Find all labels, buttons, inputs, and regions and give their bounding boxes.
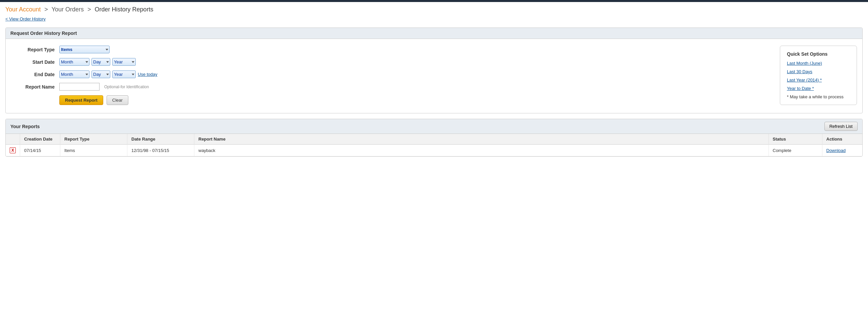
request-report-button[interactable]: Request Report	[59, 95, 103, 105]
view-order-history-link[interactable]: < View Order History	[5, 17, 45, 22]
end-month-select[interactable]: Month	[59, 71, 90, 78]
report-type-select-wrapper: Items Orders	[59, 46, 110, 53]
report-type-select[interactable]: Items Orders	[59, 46, 110, 53]
breadcrumb-your-orders[interactable]: Your Orders	[52, 6, 84, 13]
request-section-header: Request Order History Report	[6, 28, 862, 39]
form-button-row: Request Report Clear	[59, 95, 769, 105]
col-header-creation-date: Creation Date	[20, 134, 60, 145]
start-month-select[interactable]: Month	[59, 58, 90, 66]
breadcrumb: Your Account > Your Orders > Order Histo…	[0, 2, 868, 16]
form-area: Report Type Items Orders Start Date	[11, 46, 769, 105]
reports-section-title: Your Reports	[10, 124, 40, 129]
end-year-wrapper: Year	[112, 71, 136, 78]
breadcrumb-current: Order History Reports	[95, 6, 154, 13]
start-day-wrapper: Day	[92, 58, 110, 66]
end-date-label: End Date	[11, 72, 55, 77]
breadcrumb-your-account[interactable]: Your Account	[5, 6, 40, 13]
quick-set-box: Quick Set Options Last Month (June) Last…	[780, 46, 857, 105]
clear-button[interactable]: Clear	[106, 95, 128, 105]
report-type-label: Report Type	[11, 47, 55, 52]
request-section-body: Report Type Items Orders Start Date	[6, 39, 862, 113]
table-row: X 07/14/15 Items 12/31/98 - 07/15/15 way…	[6, 145, 862, 156]
quick-set-title: Quick Set Options	[787, 51, 850, 57]
view-order-history-link-wrapper: < View Order History	[0, 16, 868, 25]
report-name-row: Report Name Optional-for Identification	[11, 83, 769, 91]
row-actions: Download	[822, 145, 862, 156]
start-date-row: Start Date Month Day Year	[11, 58, 769, 66]
end-date-row: End Date Month Day Year	[11, 71, 769, 78]
end-year-select[interactable]: Year	[112, 71, 136, 78]
start-day-select[interactable]: Day	[92, 58, 110, 66]
col-header-checkbox	[6, 134, 20, 145]
end-date-controls: Month Day Year Use today	[59, 71, 157, 78]
request-section: Request Order History Report Report Type…	[5, 28, 863, 113]
reports-table: Creation Date Report Type Date Range Rep…	[6, 134, 862, 156]
quick-set-note: * May take a while to process	[787, 94, 850, 99]
end-day-wrapper: Day	[92, 71, 110, 78]
row-date-range: 12/31/98 - 07/15/15	[127, 145, 194, 156]
reports-section-header: Your Reports Refresh List	[6, 119, 862, 134]
row-report-type: Items	[60, 145, 127, 156]
row-creation-date: 07/14/15	[20, 145, 60, 156]
use-today-link[interactable]: Use today	[138, 72, 157, 77]
report-type-controls: Items Orders	[59, 46, 110, 53]
row-status: Complete	[769, 145, 822, 156]
report-name-input[interactable]	[59, 83, 99, 91]
download-link[interactable]: Download	[827, 148, 846, 153]
report-name-placeholder-text: Optional-for Identification	[104, 85, 149, 89]
report-name-controls: Optional-for Identification	[59, 83, 149, 91]
report-type-row: Report Type Items Orders	[11, 46, 769, 53]
reports-table-body: X 07/14/15 Items 12/31/98 - 07/15/15 way…	[6, 145, 862, 156]
delete-icon[interactable]: X	[10, 147, 16, 153]
quick-set-last-month-link[interactable]: Last Month (June)	[787, 61, 850, 66]
breadcrumb-sep2: >	[88, 6, 91, 13]
start-date-controls: Month Day Year	[59, 58, 136, 66]
report-name-label: Report Name	[11, 84, 55, 90]
quick-set-year-to-date-link[interactable]: Year to Date *	[787, 86, 850, 91]
start-month-wrapper: Month	[59, 58, 90, 66]
reports-section: Your Reports Refresh List Creation Date …	[5, 119, 863, 157]
col-header-report-type: Report Type	[60, 134, 127, 145]
end-day-select[interactable]: Day	[92, 71, 110, 78]
start-year-select[interactable]: Year	[112, 58, 136, 66]
table-header-row: Creation Date Report Type Date Range Rep…	[6, 134, 862, 145]
start-year-wrapper: Year	[112, 58, 136, 66]
refresh-list-button[interactable]: Refresh List	[825, 122, 858, 131]
quick-set-last-year-link[interactable]: Last Year (2014) *	[787, 78, 850, 83]
col-header-date-range: Date Range	[127, 134, 194, 145]
row-report-name: wayback	[194, 145, 769, 156]
col-header-report-name: Report Name	[194, 134, 769, 145]
col-header-actions: Actions	[822, 134, 862, 145]
quick-set-last-30-days-link[interactable]: Last 30 Days	[787, 69, 850, 74]
row-delete-cell: X	[6, 145, 20, 156]
start-date-label: Start Date	[11, 59, 55, 65]
col-header-status: Status	[769, 134, 822, 145]
breadcrumb-sep1: >	[44, 6, 48, 13]
end-month-wrapper: Month	[59, 71, 90, 78]
